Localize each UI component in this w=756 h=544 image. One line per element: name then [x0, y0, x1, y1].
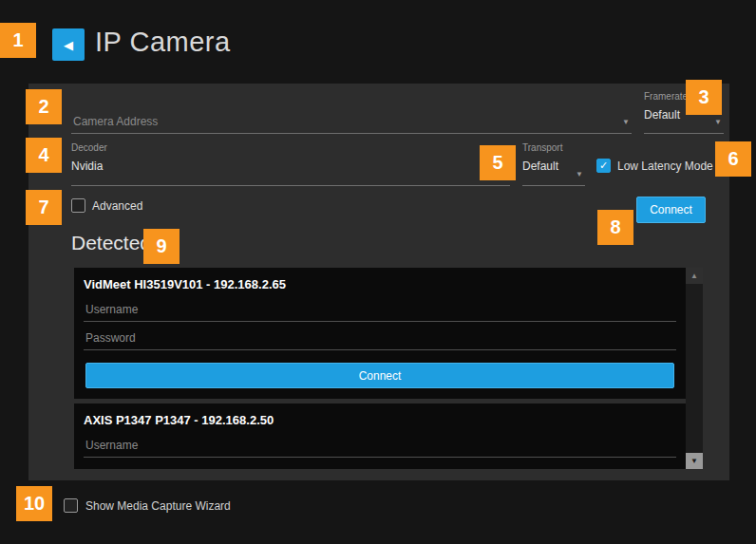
camera-connect-button[interactable]: Connect — [85, 363, 674, 388]
framerate-dropdown-icon[interactable]: ▼ — [714, 119, 722, 126]
annotation-badge-5: 5 — [480, 145, 516, 180]
transport-dropdown-icon[interactable]: ▼ — [576, 171, 583, 178]
advanced-checkbox[interactable] — [71, 198, 85, 213]
decoder-value: Nvidia — [71, 159, 103, 173]
annotation-badge-3: 3 — [686, 80, 722, 115]
camera-name: AXIS P1347 P1347 - 192.168.2.50 — [84, 409, 676, 429]
show-wizard-label: Show Media Capture Wizard — [85, 499, 231, 513]
page-title: IP Camera — [95, 27, 231, 58]
password-input[interactable] — [84, 322, 676, 350]
back-button[interactable]: ◀ — [52, 28, 85, 61]
connect-button[interactable]: Connect — [636, 197, 706, 223]
password-input[interactable] — [84, 458, 676, 469]
advanced-label: Advanced — [92, 199, 142, 213]
scroll-up-icon: ▲ — [690, 272, 698, 280]
back-icon: ◀ — [64, 38, 73, 52]
show-wizard-checkbox[interactable] — [64, 498, 78, 513]
annotation-badge-10: 10 — [16, 486, 52, 521]
detected-list: VidMeet HI3519V101 - 192.168.2.65 Connec… — [74, 268, 686, 469]
detected-list-container: VidMeet HI3519V101 - 192.168.2.65 Connec… — [74, 268, 703, 469]
camera-address-input[interactable] — [71, 100, 632, 133]
annotation-badge-8: 8 — [597, 210, 633, 245]
low-latency-checkbox[interactable]: ✓ — [596, 159, 611, 173]
annotation-badge-6: 6 — [715, 141, 751, 177]
camera-card-axis: AXIS P1347 P1347 - 192.168.2.50 Connect — [74, 403, 686, 469]
annotation-badge-7: 7 — [26, 190, 62, 225]
scroll-down-button[interactable]: ▼ — [686, 453, 703, 469]
decoder-field[interactable]: Decoder Nvidia — [71, 142, 510, 186]
decoder-label: Decoder — [71, 142, 510, 153]
low-latency-row: ✓ Low Latency Mode — [596, 159, 713, 173]
camera-address-field: ▼ — [71, 100, 632, 134]
transport-select[interactable]: Transport Default ▼ — [522, 142, 585, 186]
scroll-down-icon: ▼ — [690, 458, 698, 465]
advanced-row: Advanced — [71, 198, 142, 213]
username-input[interactable] — [84, 293, 676, 322]
transport-label: Transport — [522, 142, 585, 153]
camera-address-dropdown-icon[interactable]: ▼ — [622, 119, 630, 126]
show-wizard-row: Show Media Capture Wizard — [64, 498, 231, 513]
annotation-badge-9: 9 — [143, 229, 180, 264]
transport-value: Default — [522, 159, 558, 173]
camera-name: VidMeet HI3519V101 - 192.168.2.65 — [84, 273, 676, 293]
scroll-up-button[interactable]: ▲ — [686, 268, 703, 284]
detected-heading: Detected — [71, 232, 151, 254]
framerate-value: Default — [644, 108, 680, 122]
main-panel: ▼ Framerate Default ▼ Decoder Nvidia Tra… — [28, 84, 729, 480]
annotation-badge-4: 4 — [26, 138, 62, 173]
username-input[interactable] — [84, 429, 676, 458]
camera-card-vidmeet: VidMeet HI3519V101 - 192.168.2.65 Connec… — [74, 268, 686, 399]
low-latency-label: Low Latency Mode — [617, 159, 713, 173]
annotation-badge-1: 1 — [0, 23, 36, 58]
annotation-badge-2: 2 — [26, 89, 62, 124]
detected-list-scrollbar[interactable]: ▲ ▼ — [686, 268, 703, 469]
